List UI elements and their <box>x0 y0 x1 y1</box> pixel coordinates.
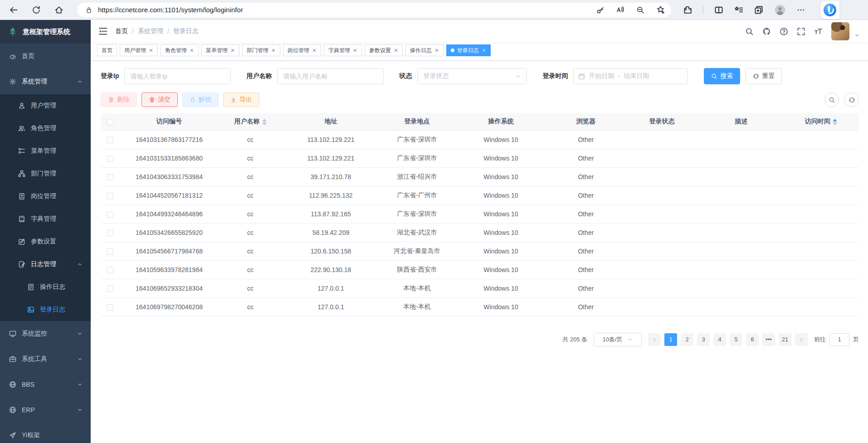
toggle-search-button[interactable] <box>824 92 839 107</box>
zoom-out-icon[interactable] <box>636 6 644 14</box>
sidebar-item-log-mgmt[interactable]: 日志管理 <box>0 253 91 276</box>
favorite-star-icon[interactable] <box>656 5 665 14</box>
row-checkbox[interactable] <box>107 304 113 311</box>
tab-login-log[interactable]: 登录日志 <box>446 44 491 56</box>
sidebar-item-dict-mgmt[interactable]: 字典管理 <box>0 208 91 230</box>
read-aloud-icon[interactable] <box>616 6 624 14</box>
page-button-4[interactable]: 4 <box>713 333 726 346</box>
row-checkbox[interactable] <box>107 137 113 143</box>
status-select[interactable]: 登录状态 <box>417 68 527 84</box>
sidebar-item-system-monitor[interactable]: 系统监控 <box>0 321 91 346</box>
start-date-placeholder[interactable]: 开始日期 <box>589 72 614 80</box>
username-input[interactable] <box>277 68 384 84</box>
search-button[interactable]: 搜索 <box>704 68 740 84</box>
github-icon[interactable] <box>762 27 771 36</box>
tab-menu-mgmt[interactable]: 菜单管理 <box>201 44 239 56</box>
clear-button[interactable]: 清空 <box>141 92 178 107</box>
tab-home[interactable]: 首页 <box>97 44 117 56</box>
next-page-button[interactable] <box>795 333 808 346</box>
sidebar-item-erp[interactable]: ERP <box>0 397 91 423</box>
sort-icons[interactable] <box>833 119 837 125</box>
sidebar-item-param-settings[interactable]: 参数设置 <box>0 230 91 253</box>
sort-icons[interactable] <box>262 119 267 125</box>
page-button-21[interactable]: 21 <box>779 333 791 346</box>
close-icon[interactable] <box>482 48 486 53</box>
page-button-1[interactable]: 1 <box>664 333 677 346</box>
favorites-bar-icon[interactable] <box>734 5 743 15</box>
row-checkbox[interactable] <box>107 248 113 255</box>
browser-profile-icon[interactable] <box>774 4 786 16</box>
header-search-icon[interactable] <box>745 27 754 36</box>
tab-role-mgmt[interactable]: 角色管理 <box>161 44 199 56</box>
export-button[interactable]: 导出 <box>223 92 259 107</box>
close-icon[interactable] <box>353 48 357 53</box>
site-lock-icon[interactable] <box>85 6 93 14</box>
page-button-3[interactable]: 3 <box>697 333 710 346</box>
tab-operation-log[interactable]: 操作日志 <box>405 44 444 56</box>
end-date-placeholder[interactable]: 结束日期 <box>624 72 649 80</box>
page-size-select[interactable]: 10条/页 <box>594 333 642 346</box>
col-time[interactable]: 访问时间 <box>783 113 859 130</box>
sidebar-item-user-mgmt[interactable]: 用户管理 <box>0 94 91 117</box>
row-checkbox[interactable] <box>107 156 113 162</box>
prev-page-button[interactable] <box>648 333 661 346</box>
refresh-table-button[interactable] <box>844 92 859 107</box>
page-button-6[interactable]: 6 <box>746 333 759 346</box>
tab-dept-mgmt[interactable]: 部门管理 <box>242 44 280 56</box>
extensions-icon[interactable] <box>683 5 692 15</box>
help-icon[interactable] <box>780 27 788 36</box>
page-more-button[interactable]: ••• <box>762 333 775 346</box>
tab-user-mgmt[interactable]: 用户管理 <box>120 44 158 56</box>
row-checkbox[interactable] <box>107 211 113 218</box>
split-screen-icon[interactable] <box>714 5 723 15</box>
browser-menu-icon[interactable] <box>797 6 805 14</box>
ip-input[interactable] <box>124 68 231 84</box>
collections-icon[interactable] <box>754 5 763 15</box>
url-text[interactable]: https://ccnetcore.com:1101/system/log/lo… <box>98 6 596 14</box>
breadcrumb-system-mgmt[interactable]: 系统管理 <box>138 27 163 35</box>
password-key-icon[interactable] <box>596 6 605 14</box>
close-icon[interactable] <box>394 48 398 53</box>
unlock-button[interactable]: 解锁 <box>182 92 219 107</box>
address-bar[interactable]: https://ccnetcore.com:1101/system/log/lo… <box>77 3 671 17</box>
avatar-caret-icon[interactable] <box>854 33 860 38</box>
reset-button[interactable]: 重置 <box>746 68 782 84</box>
tab-dict-mgmt[interactable]: 字典管理 <box>324 44 362 56</box>
close-icon[interactable] <box>149 48 153 53</box>
row-checkbox[interactable] <box>107 267 113 273</box>
row-checkbox[interactable] <box>107 286 113 292</box>
user-avatar[interactable] <box>831 22 849 40</box>
copilot-bing-button[interactable] <box>820 1 839 19</box>
sidebar-item-post-mgmt[interactable]: 岗位管理 <box>0 185 91 208</box>
delete-button[interactable]: 删除 <box>101 92 137 107</box>
sidebar-item-role-mgmt[interactable]: 角色管理 <box>0 117 91 140</box>
font-size-icon[interactable] <box>814 27 823 36</box>
sidebar-item-system-mgmt[interactable]: 系统管理 <box>0 69 91 94</box>
date-range-picker[interactable]: 开始日期 - 结束日期 <box>573 68 688 84</box>
sidebar-item-login-log[interactable]: 登录日志 <box>0 298 91 321</box>
fullscreen-icon[interactable] <box>797 27 805 36</box>
sidebar-collapse-icon[interactable] <box>98 26 108 36</box>
browser-refresh-icon[interactable] <box>32 5 41 15</box>
col-username[interactable]: 用户名称 <box>219 113 282 130</box>
browser-home-icon[interactable] <box>54 5 63 15</box>
close-icon[interactable] <box>434 48 439 53</box>
sidebar-item-system-tools[interactable]: 系统工具 <box>0 346 91 372</box>
page-button-5[interactable]: 5 <box>730 333 742 346</box>
close-icon[interactable] <box>190 48 194 53</box>
row-checkbox[interactable] <box>107 193 113 199</box>
close-icon[interactable] <box>312 48 317 53</box>
sidebar-item-bbs[interactable]: BBS <box>0 372 91 397</box>
close-icon[interactable] <box>271 48 276 53</box>
app-logo[interactable]: 意框架管理系统 <box>0 20 91 44</box>
sidebar-item-yi-framework[interactable]: Yi框架 <box>0 423 91 443</box>
row-checkbox[interactable] <box>107 174 113 180</box>
browser-back-icon[interactable] <box>9 5 18 15</box>
sidebar-item-dept-mgmt[interactable]: 部门管理 <box>0 162 91 185</box>
breadcrumb-home[interactable]: 首页 <box>115 27 128 35</box>
goto-page-input[interactable] <box>829 333 849 346</box>
select-all-checkbox[interactable] <box>107 119 113 125</box>
close-icon[interactable] <box>230 48 235 53</box>
page-button-2[interactable]: 2 <box>681 333 693 346</box>
tab-param-settings[interactable]: 参数设置 <box>365 44 403 56</box>
